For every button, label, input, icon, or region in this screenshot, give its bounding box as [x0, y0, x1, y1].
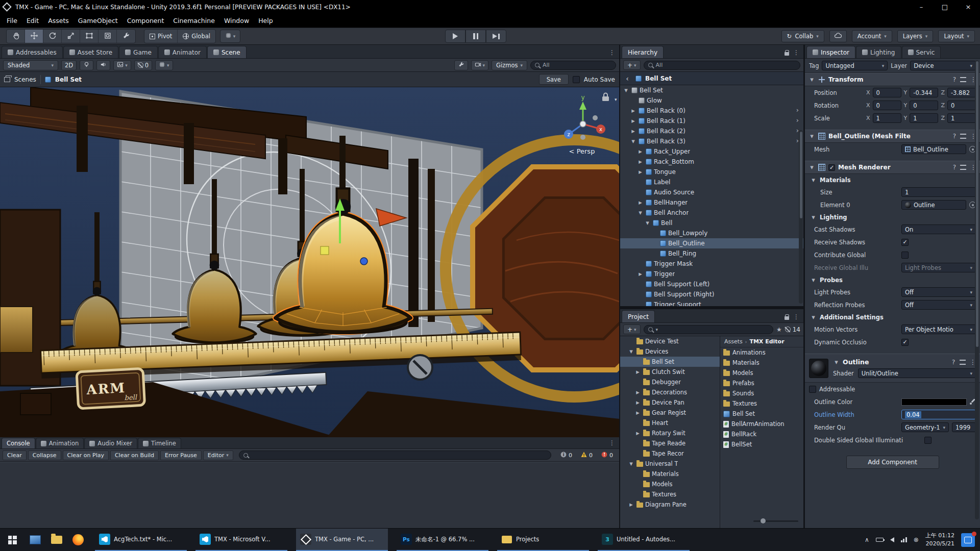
asset-prefabs[interactable]: Prefabs [720, 378, 803, 388]
asset-bell-set[interactable]: Bell Set [720, 409, 803, 419]
project-folder-textures[interactable]: Textures [620, 489, 720, 499]
tab-servic[interactable]: Servic [902, 46, 941, 58]
prefab-open-chevron[interactable]: › [796, 106, 799, 114]
tab-asset-store[interactable]: Asset Store [63, 46, 118, 58]
start-button[interactable] [0, 529, 24, 551]
hierarchy-item-trigger[interactable]: ▶Trigger [620, 269, 803, 279]
play-button[interactable] [445, 30, 465, 43]
volume-icon[interactable] [890, 537, 894, 542]
clear-button[interactable]: Clear [3, 450, 27, 460]
fold-arrow-icon[interactable]: ▼ [630, 139, 636, 144]
hierarchy-item-bell-rack-0[interactable]: ▶Bell Rack (0)› [620, 106, 803, 116]
toggle-2d-button[interactable]: 2D [61, 60, 77, 70]
fold-arrow-icon[interactable]: ▶ [634, 410, 641, 415]
hierarchy-item-rack-bottom[interactable]: ▶Rack_Bottom [620, 157, 803, 167]
hierarchy-item-trigger-support[interactable]: Trigger Support [620, 299, 803, 306]
tab-inspector[interactable]: Inspector [806, 46, 855, 58]
breadcrumb-root[interactable]: Assets [724, 338, 743, 345]
notification-icon[interactable] [961, 533, 975, 547]
component-enabled-checkbox[interactable] [828, 164, 835, 171]
taskbar-item-tmx-microsoft-v[interactable]: TMX - Microsoft V... [195, 529, 287, 551]
additional-settings-foldout[interactable]: ▼ Additional Settings [805, 311, 980, 323]
project-folder-device-pan[interactable]: ▶Device Pan [620, 397, 720, 408]
project-folder-debugger[interactable]: Debugger [620, 377, 720, 387]
scene-tools-button[interactable] [454, 60, 468, 70]
scene-grid-dropdown[interactable]: ▾ [155, 60, 173, 70]
scene-lighting-button[interactable] [80, 60, 93, 70]
mesh-filter-component-header[interactable]: ▼ Bell_Outline (Mesh Filte ? ⋮ [805, 130, 980, 143]
gizmos-dropdown[interactable]: Gizmos ▾ [492, 60, 527, 70]
project-folder-clutch-swit[interactable]: ▶Clutch Swit [620, 367, 720, 377]
menu-file[interactable]: File [2, 17, 22, 24]
kebab-menu-icon[interactable]: ⋮ [793, 313, 799, 320]
hidden-objects-button[interactable]: 0 [134, 60, 152, 70]
tab-lighting[interactable]: Lighting [856, 46, 901, 58]
lighting-foldout[interactable]: ▼ Lighting [805, 211, 980, 223]
scene-camera-dropdown[interactable]: ▾ [471, 60, 489, 70]
fold-arrow-icon[interactable]: ▼ [637, 210, 644, 215]
kebab-menu-icon[interactable]: ⋮ [793, 49, 799, 56]
asset-zoom-slider[interactable] [753, 518, 798, 524]
close-button[interactable]: × [957, 0, 980, 14]
hierarchy-item-bell-rack-3[interactable]: ▼Bell Rack (3)› [620, 136, 803, 146]
scale-tool-button[interactable] [62, 30, 80, 43]
fold-arrow-icon[interactable]: ▼ [644, 220, 651, 226]
project-folder-decorations[interactable]: ▶Decorations [620, 387, 720, 397]
project-folder-devices[interactable]: ▼Devices [620, 346, 720, 357]
lock-icon[interactable] [785, 316, 789, 320]
persp-label[interactable]: < Persp [569, 147, 595, 155]
fold-arrow-icon[interactable]: ▶ [630, 118, 636, 123]
taskbar-item-projects[interactable]: Projects [497, 529, 589, 551]
back-arrow-button[interactable]: ‹ [623, 73, 632, 84]
hierarchy-item-bell-anchor[interactable]: ▼Bell Anchor [620, 208, 803, 218]
project-folder-materials[interactable]: Materials [620, 469, 720, 479]
asset-bellarmanimation[interactable]: BellArmAnimation [720, 419, 803, 429]
fold-arrow-icon[interactable]: ▶ [634, 369, 641, 374]
vector-field-y[interactable]: -0.344 [910, 88, 938, 97]
cloud-button[interactable] [829, 30, 847, 42]
foldout-arrow-icon[interactable]: ▼ [808, 134, 815, 139]
menu-window[interactable]: Window [219, 17, 254, 24]
taskbar-item-untitled-autodes[interactable]: 3Untitled - Autodes... [598, 529, 690, 551]
double-sided-gi-checkbox[interactable] [924, 437, 932, 444]
inspector-scrollbar[interactable] [975, 60, 979, 519]
quicklaunch-desktop[interactable] [24, 529, 46, 551]
layers-dropdown[interactable]: Layers ▾ [897, 30, 934, 42]
tray-expand-icon[interactable]: ∧ [865, 536, 869, 543]
grid-snap-button[interactable]: ▾ [220, 30, 240, 43]
project-folder-tape-recor[interactable]: Tape Recor [620, 448, 720, 459]
tag-dropdown[interactable]: Untagged ▾ [822, 61, 888, 70]
presets-icon[interactable] [960, 360, 966, 365]
fold-arrow-icon[interactable]: ▼ [628, 349, 634, 354]
project-folder-gear-regist[interactable]: ▶Gear Regist [620, 408, 720, 418]
fold-arrow-icon[interactable]: ▶ [637, 200, 644, 205]
pause-button[interactable] [465, 30, 486, 43]
hierarchy-item-bell-rack-1[interactable]: ▶Bell Rack (1)› [620, 116, 803, 126]
hierarchy-item-rack-upper[interactable]: ▶Rack_Upper [620, 146, 803, 157]
vector-field-y[interactable]: 1 [910, 113, 938, 123]
hierarchy-search-input[interactable]: All [644, 61, 800, 70]
move-tool-button[interactable] [25, 30, 43, 43]
receive-shadows-checkbox[interactable] [901, 239, 909, 246]
scene-audio-button[interactable] [96, 60, 110, 70]
hierarchy-item-label[interactable]: Label [620, 177, 803, 187]
error-count-badge[interactable]: ! 0 [598, 452, 617, 459]
shader-dropdown[interactable]: Unlit/Outline ▾ [858, 368, 976, 378]
vector-field-x[interactable]: 1 [873, 113, 901, 123]
hierarchy-scrollbar[interactable] [799, 130, 803, 304]
asset-sounds[interactable]: Sounds [720, 388, 803, 398]
fold-arrow-icon[interactable]: ▶ [637, 159, 644, 164]
menu-help[interactable]: Help [254, 17, 278, 24]
hierarchy-item-trigger-mask[interactable]: Trigger Mask [620, 259, 803, 269]
layer-dropdown[interactable]: Device ▾ [910, 61, 976, 70]
scrollbar-thumb[interactable] [800, 132, 802, 218]
foldout-arrow-icon[interactable]: ▼ [808, 77, 815, 82]
vector-field-z[interactable]: 0 [947, 101, 976, 110]
asset-bellset[interactable]: BellSet [720, 439, 803, 449]
menu-gameobject[interactable]: GameObject [74, 17, 122, 24]
hierarchy-item-bell-lowpoly[interactable]: Bell_Lowpoly [620, 228, 803, 238]
hierarchy-item-bell-support-left[interactable]: Bell Support (Left) [620, 279, 803, 289]
receive-gi-dropdown[interactable]: Light Probes ▾ [901, 263, 976, 272]
tab-project[interactable]: Project [622, 310, 655, 322]
maximize-button[interactable]: □ [933, 0, 957, 14]
